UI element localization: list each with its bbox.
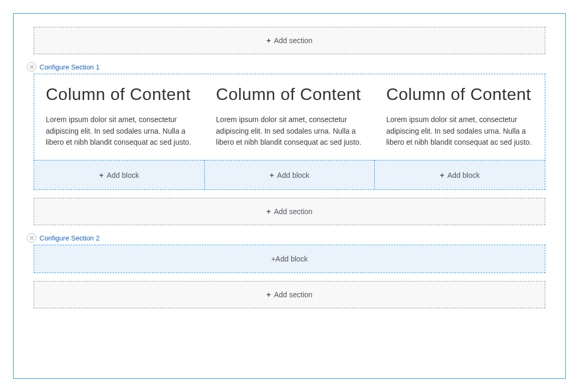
add-block-button[interactable]: + Add block	[34, 160, 204, 189]
section-2: + Add block	[34, 245, 545, 273]
add-block-label: Add block	[277, 171, 309, 179]
add-block-row: + Add block + Add block + Add block	[34, 160, 545, 189]
add-section-button[interactable]: + Add section	[34, 198, 545, 225]
section-1-columns: Column of Content Lorem ipsum dolor sit …	[34, 74, 545, 160]
add-block-label: Add block	[107, 171, 139, 179]
section-1-column-3[interactable]: Column of Content Lorem ipsum dolor sit …	[375, 74, 545, 160]
plus-icon: +	[99, 171, 104, 179]
add-block-label: Add block	[275, 255, 307, 263]
plus-icon: +	[440, 171, 444, 179]
column-body: Lorem ipsum dolor sit amet, consectetur …	[46, 114, 193, 148]
close-icon: ✕	[29, 235, 35, 242]
section-2-header: ✕ Configure Section 2	[27, 233, 552, 243]
column-body: Lorem ipsum dolor sit amet, consectetur …	[386, 114, 533, 148]
configure-section-1-link[interactable]: Configure Section 1	[39, 63, 99, 71]
column-title: Column of Content	[46, 84, 193, 105]
plus-icon: +	[269, 171, 274, 179]
plus-icon: +	[266, 36, 271, 45]
layout-builder-frame: + Add section ✕ Configure Section 1 Colu…	[13, 13, 566, 379]
column-body: Lorem ipsum dolor sit amet, consectetur …	[216, 114, 363, 148]
remove-section-2-button[interactable]: ✕	[27, 233, 36, 243]
add-section-button[interactable]: + Add section	[34, 27, 545, 54]
add-block-button[interactable]: + Add block	[34, 245, 545, 273]
section-1: Column of Content Lorem ipsum dolor sit …	[34, 74, 545, 190]
add-block-button[interactable]: + Add block	[374, 160, 545, 189]
configure-section-2-link[interactable]: Configure Section 2	[39, 234, 99, 242]
add-section-label: Add section	[274, 290, 313, 299]
add-section-label: Add section	[274, 207, 313, 216]
remove-section-1-button[interactable]: ✕	[27, 62, 36, 72]
section-1-column-2[interactable]: Column of Content Lorem ipsum dolor sit …	[204, 74, 374, 160]
column-title: Column of Content	[216, 84, 363, 105]
plus-icon: +	[271, 255, 275, 263]
plus-icon: +	[266, 207, 271, 216]
add-block-button[interactable]: + Add block	[204, 160, 375, 189]
section-1-header: ✕ Configure Section 1	[27, 62, 552, 72]
add-section-button[interactable]: + Add section	[34, 281, 545, 308]
section-1-column-1[interactable]: Column of Content Lorem ipsum dolor sit …	[34, 74, 204, 160]
close-icon: ✕	[29, 64, 35, 71]
add-section-label: Add section	[274, 36, 313, 45]
column-title: Column of Content	[386, 84, 533, 105]
add-block-label: Add block	[447, 171, 480, 179]
plus-icon: +	[266, 290, 271, 299]
